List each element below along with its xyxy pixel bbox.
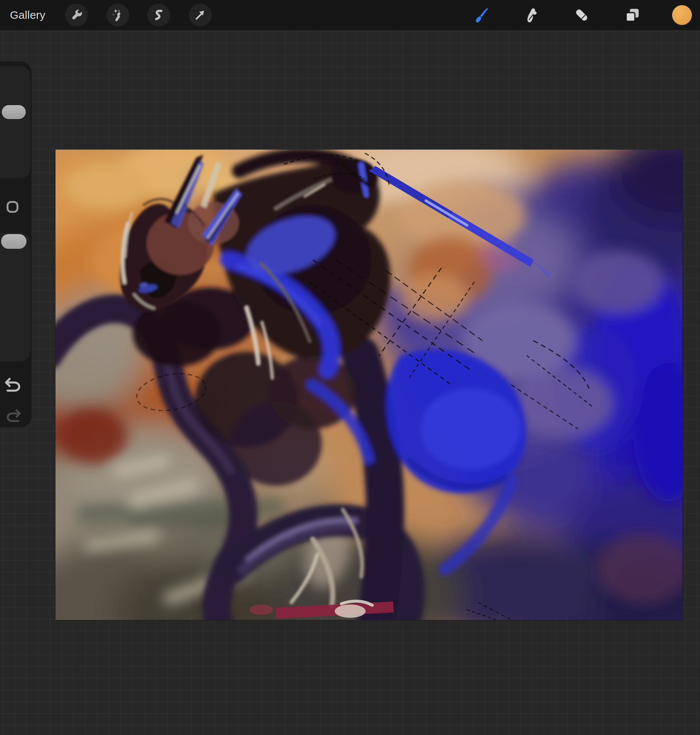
eraser-icon xyxy=(572,6,591,24)
redo-button[interactable] xyxy=(5,406,21,423)
opacity-slider[interactable] xyxy=(0,233,30,361)
brush-size-slider[interactable] xyxy=(0,66,30,178)
artwork xyxy=(56,150,682,620)
actions-button[interactable] xyxy=(65,4,88,26)
selection-button[interactable] xyxy=(147,4,170,26)
layers-button[interactable] xyxy=(623,6,641,24)
transform-button[interactable] xyxy=(189,4,212,26)
s-curve-icon xyxy=(152,8,166,22)
paintbrush-icon xyxy=(472,6,491,24)
undo-icon xyxy=(4,375,22,392)
smudge-finger-icon xyxy=(522,6,541,24)
paint-tool-button[interactable] xyxy=(472,6,491,24)
modify-button[interactable] xyxy=(7,201,18,213)
move-arrow-icon xyxy=(193,8,207,22)
brush-size-slider-handle[interactable] xyxy=(2,105,26,119)
procreate-window: Gallery xyxy=(0,0,700,735)
top-toolbar: Gallery xyxy=(0,0,700,30)
erase-tool-button[interactable] xyxy=(572,6,591,24)
drawing-canvas[interactable] xyxy=(56,150,682,620)
undo-button[interactable] xyxy=(4,375,22,392)
wrench-icon xyxy=(69,8,84,22)
redo-icon xyxy=(5,406,21,423)
opacity-slider-handle[interactable] xyxy=(1,234,26,249)
gallery-button[interactable]: Gallery xyxy=(10,0,45,30)
layers-icon xyxy=(623,6,641,24)
adjustments-button[interactable] xyxy=(107,4,129,26)
color-swatch-button[interactable] xyxy=(672,5,692,25)
smudge-tool-button[interactable] xyxy=(522,6,541,24)
magic-wand-icon xyxy=(111,8,125,22)
